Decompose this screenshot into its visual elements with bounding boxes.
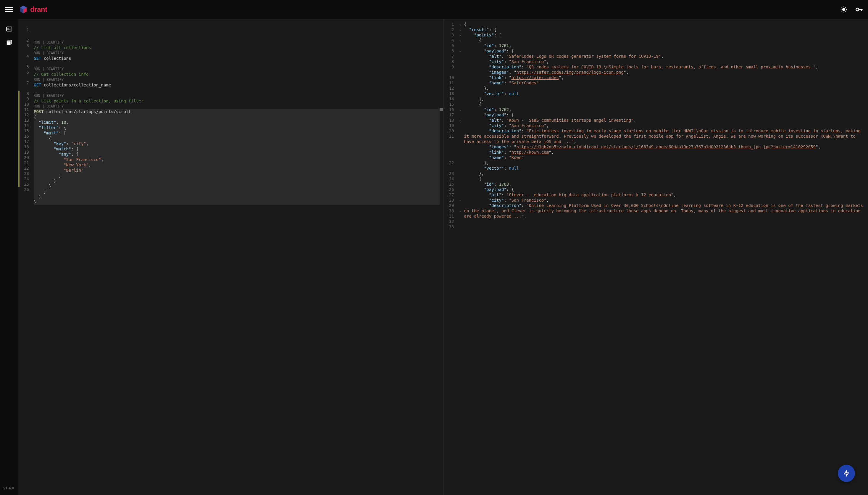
code-line[interactable]: "images": "https://d1qb2nb5cznatu.cloudf… [464, 144, 865, 150]
code-line[interactable]: "key": "city", [34, 141, 440, 146]
code-line[interactable]: "link": "https://safer.codes", [464, 75, 865, 80]
code-line[interactable]: } [34, 194, 440, 200]
code-line[interactable]: "alt": "Clever - education big data appl… [464, 192, 865, 198]
svg-line-7 [846, 11, 846, 12]
code-line[interactable]: "must": [ [34, 130, 440, 136]
code-line[interactable] [34, 61, 440, 66]
code-line[interactable]: "city": "San Francisco", [464, 198, 865, 203]
run-fab[interactable] [838, 465, 855, 482]
response-editor[interactable]: 1234567891011121314151617181920212223242… [443, 19, 868, 495]
codelens[interactable]: RUN | BEAUTIFY [34, 66, 440, 72]
app-logo[interactable]: drant [19, 5, 47, 14]
code-line[interactable]: "description": "Frictionless investing i… [464, 128, 865, 144]
theme-icon[interactable] [839, 5, 848, 14]
fold-toggle [458, 192, 463, 198]
code-line[interactable]: "id": 1762, [464, 107, 865, 112]
codelens[interactable]: RUN | BEAUTIFY [34, 104, 440, 109]
code-line[interactable]: // List points in a collection, using fi… [34, 98, 440, 104]
fold-toggle[interactable]: ⌄ [458, 107, 463, 112]
code-line[interactable]: "New York", [34, 162, 440, 168]
fold-toggle[interactable]: ⌄ [458, 208, 463, 214]
code-line[interactable]: "payload": { [464, 112, 865, 118]
codelens[interactable]: RUN | BEAUTIFY [34, 77, 440, 82]
code-line[interactable]: "Berlin" [34, 168, 440, 173]
fold-toggle [458, 134, 463, 139]
code-line[interactable]: }, [464, 86, 865, 91]
fold-toggle [458, 102, 463, 107]
code-line[interactable]: }, [464, 171, 865, 176]
code-line[interactable]: "name": "Kown" [464, 155, 865, 160]
fold-toggle [458, 75, 463, 80]
fold-toggle [458, 43, 463, 48]
code-area[interactable]: { "result": { "points": [ { "id": 1761, … [463, 19, 868, 495]
code-line[interactable]: { [464, 176, 865, 182]
codelens[interactable]: RUN | BEAUTIFY [34, 93, 440, 98]
fold-toggle[interactable]: ⌄ [458, 38, 463, 43]
code-line[interactable]: "link": "http://kown.com", [464, 150, 865, 155]
code-line[interactable]: "filter": { [34, 125, 440, 130]
request-editor[interactable]: 1234567891011121314151617181920212223242… [18, 19, 443, 495]
fold-gutter[interactable]: ⌄⌄⌄⌄⌄⌄⌄⌄⌄ [458, 19, 463, 495]
code-line[interactable]: "vector": null [464, 166, 865, 171]
code-line[interactable]: "description": "QR codes systems for COV… [464, 64, 865, 70]
code-line[interactable]: GET collections [34, 56, 440, 61]
code-line[interactable] [34, 88, 440, 93]
fold-toggle [458, 171, 463, 176]
code-line[interactable]: ] [34, 173, 440, 178]
code-line[interactable]: "name": "SaferCodes" [464, 80, 865, 86]
code-line[interactable]: // List all collections [34, 45, 440, 50]
fold-toggle[interactable]: ⌄ [458, 32, 463, 38]
code-line[interactable]: "any": [ [34, 152, 440, 157]
code-line[interactable]: "points": [ [464, 32, 865, 38]
code-line[interactable]: "description": "Online Learning Platform… [464, 203, 865, 219]
code-line[interactable]: "city": "San Francisco", [464, 59, 865, 64]
code-line[interactable]: "vector": null [464, 91, 865, 96]
code-line[interactable]: "id": 1761, [464, 43, 865, 48]
code-line[interactable]: { [34, 114, 440, 120]
fold-toggle [458, 112, 463, 118]
codelens[interactable]: RUN | BEAUTIFY [34, 50, 440, 56]
fold-toggle[interactable]: ⌄ [458, 118, 463, 123]
code-line[interactable]: { [34, 136, 440, 141]
code-line[interactable]: "match": { [34, 146, 440, 152]
code-line[interactable]: "id": 1763, [464, 182, 865, 187]
collections-icon[interactable] [5, 39, 13, 47]
code-line[interactable]: "San Francisco", [34, 157, 440, 162]
code-line[interactable]: } [34, 178, 440, 184]
code-line[interactable]: "alt": "SaferCodes Logo QR codes generat… [464, 54, 865, 59]
fold-toggle [458, 96, 463, 102]
svg-rect-15 [6, 27, 12, 31]
code-line[interactable] [34, 205, 440, 210]
code-line[interactable]: "city": "San Francisco", [464, 123, 865, 128]
code-line[interactable]: { [464, 22, 865, 27]
console-icon[interactable] [5, 25, 13, 33]
code-line[interactable]: "payload": { [464, 48, 865, 54]
code-line[interactable]: "payload": { [464, 187, 865, 192]
fold-toggle[interactable]: ⌄ [458, 198, 463, 203]
code-line[interactable]: }, [464, 96, 865, 102]
fold-toggle[interactable]: ⌄ [458, 27, 463, 32]
code-line[interactable]: } [34, 184, 440, 189]
code-line[interactable]: { [464, 102, 865, 107]
app-header: drant [0, 0, 868, 19]
code-line[interactable]: "alt": "Kown - SaaS communities startups… [464, 118, 865, 123]
logo-text: drant [30, 5, 47, 14]
codelens[interactable]: RUN | BEAUTIFY [34, 40, 440, 45]
code-line[interactable]: POST collections/startups/points/scroll [34, 109, 440, 114]
code-line[interactable]: "result": { [464, 27, 865, 32]
code-line[interactable]: // Get collection info [34, 72, 440, 77]
code-line[interactable]: }, [464, 160, 865, 166]
key-icon[interactable] [855, 5, 863, 14]
code-line[interactable]: "images": "https://safer.codes/img/brand… [464, 70, 865, 75]
menu-icon[interactable] [5, 5, 13, 14]
code-line[interactable]: GET collections/collection_name [34, 82, 440, 88]
fold-toggle [458, 64, 463, 70]
fold-toggle[interactable]: ⌄ [458, 48, 463, 54]
fold-toggle[interactable]: ⌄ [458, 22, 463, 27]
code-line[interactable]: "limit": 10, [34, 120, 440, 125]
fold-toggle [458, 214, 463, 219]
code-area[interactable]: RUN | BEAUTIFY// List all collectionsRUN… [33, 19, 443, 495]
code-line[interactable]: } [34, 200, 440, 205]
code-line[interactable]: ] [34, 189, 440, 194]
code-line[interactable]: { [464, 38, 865, 43]
